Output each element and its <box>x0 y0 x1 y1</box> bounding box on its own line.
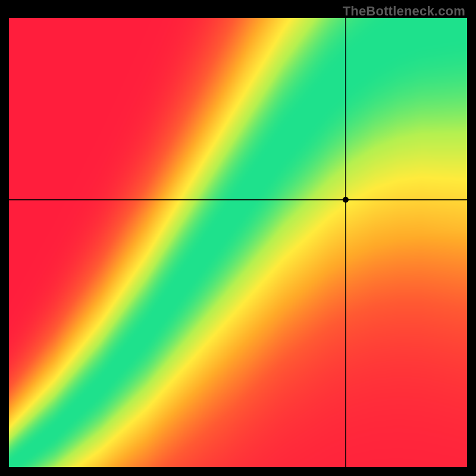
chart-container: TheBottleneck.com <box>0 0 476 476</box>
watermark-text: TheBottleneck.com <box>343 4 465 19</box>
heatmap-plot <box>9 18 467 467</box>
heatmap-canvas <box>9 18 467 467</box>
